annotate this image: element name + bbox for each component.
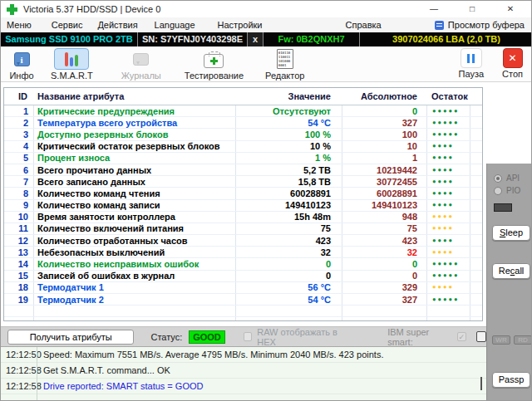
table-row[interactable]: 10Время занятости контроллера15h 48m948●… xyxy=(4,212,482,223)
journals-label: Журналы xyxy=(121,71,161,81)
get-smart-attributes-button[interactable]: Получить атрибуты SMART xyxy=(7,330,134,345)
cell-id: 10 xyxy=(4,211,33,223)
menu-item-language[interactable]: Language xyxy=(150,20,200,30)
menu-item-settings[interactable]: Настройки xyxy=(213,20,268,30)
cell-attribute-name: Количество включений питания xyxy=(33,223,235,234)
table-row[interactable]: 18Термодатчик 156 °C329●●●● xyxy=(4,282,482,294)
cell-absolute: 329 xyxy=(342,281,426,293)
hex-editor-icon: 010110 110011 101000 0001 xyxy=(277,49,293,69)
table-row-empty xyxy=(4,317,482,321)
table-row[interactable]: 7Всего записано данных15,8 TB30772455●●●… xyxy=(4,176,482,188)
log-message: Drive reported: SMART status = GOOD xyxy=(37,381,203,391)
drive-x-button[interactable]: x xyxy=(248,32,264,46)
rd-button[interactable]: RD xyxy=(514,335,532,345)
wr-button[interactable]: WR xyxy=(492,335,510,345)
menu-item-service[interactable]: Сервис xyxy=(47,20,88,30)
buffer-view-button[interactable]: Просмотр буфера xyxy=(435,20,525,30)
table-row[interactable]: 4Критический остаток резервных блоков10 … xyxy=(4,141,482,153)
info-button[interactable]: i Инфо xyxy=(9,48,34,81)
raw-hex-checkbox[interactable] xyxy=(244,332,252,341)
test-kit-icon xyxy=(204,54,224,68)
stop-button[interactable]: ✕ Стоп xyxy=(502,48,523,79)
wr-rd-group: WR RD xyxy=(492,335,532,345)
header-value[interactable]: Значение xyxy=(235,90,342,102)
testing-button[interactable]: Тестирование xyxy=(185,48,244,81)
smart-status-badge: GOOD xyxy=(189,330,224,344)
journals-icon xyxy=(133,53,149,66)
table-row[interactable]: 12Количество отработанных часов423423●●●… xyxy=(4,235,482,247)
table-row[interactable]: 3Доступно резервных блоков100 %100●●●●● xyxy=(4,129,482,140)
log-message: Speed: Maximum 7551 MB/s. Average 4795 M… xyxy=(37,350,383,359)
cell-remain-dots: ●●●●● xyxy=(426,258,470,270)
cell-absolute: 60028891 xyxy=(342,188,426,199)
table-row[interactable]: 14Количество неисправимых ошибок00●●●●● xyxy=(4,258,482,270)
pause-button[interactable]: Пауза xyxy=(459,48,485,79)
status-label: Статус: xyxy=(150,332,182,342)
journals-button[interactable]: Журналы xyxy=(121,48,161,81)
editor-button[interactable]: 010110 110011 101000 0001 Редактор xyxy=(265,48,304,81)
log-row: 12:12:58Get S.M.A.R.T. command... OK xyxy=(1,363,486,379)
cell-attribute-name: Всего записано данных xyxy=(33,176,235,188)
pio-radio-label: PIO xyxy=(506,186,520,195)
table-row[interactable]: 8Количество команд чтения600288916002889… xyxy=(4,188,482,199)
cell-value: 423 xyxy=(235,235,342,247)
close-button[interactable]: ✕ xyxy=(491,1,530,17)
smart-button[interactable]: S.M.A.R.T xyxy=(51,48,93,81)
buffer-view-label: Просмотр буфера xyxy=(448,20,525,30)
cell-attribute-name: Количество команд чтения xyxy=(33,188,235,199)
cell-remain-dots: ●●●● xyxy=(426,281,470,293)
table-row[interactable]: 6Всего прочитано данных5,2 TB10219442●●●… xyxy=(4,164,482,176)
pio-radio[interactable] xyxy=(494,187,502,195)
table-row[interactable]: 13Небезопасных выключений3232●●●● xyxy=(4,247,482,258)
menu-item-help[interactable]: Справка xyxy=(341,20,387,30)
cell-absolute: 10219442 xyxy=(342,164,426,176)
cell-value: 0 xyxy=(235,258,342,270)
cell-absolute: 0 xyxy=(342,270,426,281)
cell-remain-dots: ●●●● xyxy=(426,164,470,176)
recall-button[interactable]: Recall xyxy=(492,263,530,279)
table-row[interactable]: 1Критические предупрежденияОтсутствуют0●… xyxy=(4,105,482,117)
cell-remain-dots: ●●●● xyxy=(426,199,470,211)
menu-item-actions[interactable]: Действия xyxy=(92,20,142,30)
header-absolute[interactable]: Абсолютное xyxy=(342,90,426,102)
minimize-button[interactable]: — xyxy=(415,1,453,17)
drive-serial: SN: S7YFNJ0Y403298E xyxy=(138,32,248,46)
cell-absolute: 1 xyxy=(342,152,426,164)
cell-value: 149410123 xyxy=(235,199,342,211)
api-radio-label: API xyxy=(506,174,520,183)
status-bar: Получить атрибуты SMART Статус: GOOD RAW… xyxy=(1,326,486,346)
table-row[interactable]: 2Температура всего устройства54 °C327●●●… xyxy=(4,117,482,129)
header-id[interactable]: ID xyxy=(4,90,33,102)
maximize-button[interactable]: □ xyxy=(453,1,491,17)
table-row[interactable]: 9Количество команд записи149410123149410… xyxy=(4,200,482,212)
log-message: Get S.M.A.R.T. command... OK xyxy=(37,365,170,375)
cell-attribute-name: Критический остаток резервных блоков xyxy=(33,140,235,152)
menu-item-menu[interactable]: Меню xyxy=(2,20,37,30)
log-scrollbar[interactable] xyxy=(480,377,482,390)
cell-id: 2 xyxy=(4,117,33,129)
header-remain[interactable]: Остаток xyxy=(426,90,470,102)
cell-absolute: 0 xyxy=(342,258,426,270)
table-row[interactable]: 19Термодатчик 254 °C327●●●●● xyxy=(4,294,482,306)
api-radio[interactable] xyxy=(494,174,502,183)
cell-attribute-name: Небезопасных выключений xyxy=(33,247,235,258)
cell-remain-dots: ●●●● xyxy=(426,140,470,152)
cell-attribute-name: Записей об ошибках в журнал xyxy=(33,270,235,281)
ibm-super-smart-checkbox[interactable]: ✓ xyxy=(457,332,466,341)
cell-attribute-name: Время занятости контроллера xyxy=(33,211,235,223)
passp-button[interactable]: Passp xyxy=(492,372,530,388)
log-time-divider xyxy=(37,347,37,401)
testing-label: Тестирование xyxy=(185,71,244,81)
extra-checkbox[interactable] xyxy=(476,331,486,342)
stop-label: Стоп xyxy=(502,69,523,79)
header-name[interactable]: Название атрибута xyxy=(33,90,235,102)
window-controls: — □ ✕ xyxy=(415,1,532,17)
table-row[interactable]: 5Процент износа1 %1●●●● xyxy=(4,153,482,164)
sleep-button[interactable]: Sleep xyxy=(492,225,530,241)
table-row[interactable]: 15Записей об ошибках в журнал00●●●●● xyxy=(4,271,482,282)
cell-id: 11 xyxy=(4,223,33,234)
table-row[interactable]: 11Количество включений питания7575●●●● xyxy=(4,223,482,235)
cell-remain-dots: ●●●● xyxy=(426,188,470,199)
log-rows: 12:12:50Speed: Maximum 7551 MB/s. Averag… xyxy=(1,347,486,394)
menu-bar: Меню Сервис Действия Language Настройки … xyxy=(1,17,532,32)
